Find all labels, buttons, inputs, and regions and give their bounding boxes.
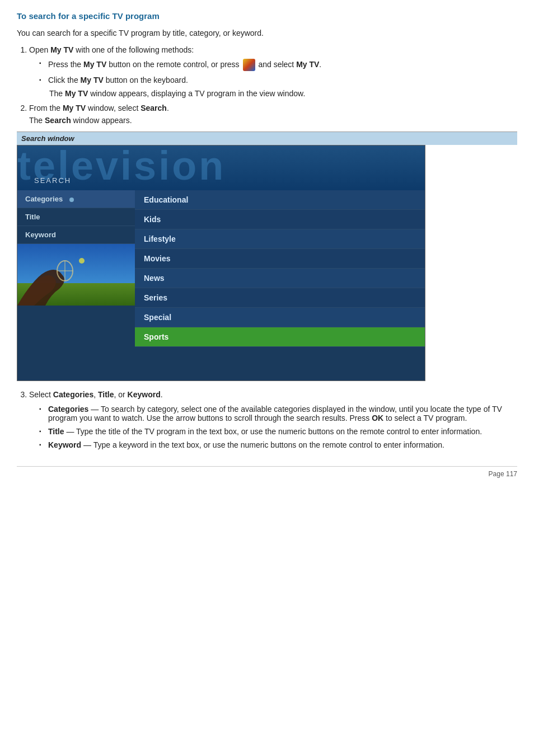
main-steps-list: Open My TV with one of the following met… (29, 45, 517, 125)
title-item[interactable]: Title (17, 208, 135, 226)
svg-point-5 (79, 258, 85, 264)
tv-header: television SEARCH (17, 145, 425, 190)
bullet-3-3: Keyword — Type a keyword in the text box… (39, 440, 517, 449)
left-panel: Categories Title Keyword (17, 190, 135, 381)
step-1-text: Open My TV with one of the following met… (29, 45, 194, 54)
step-1-note: The My TV window appears, displaying a T… (49, 89, 517, 98)
search-label: SEARCH (34, 176, 414, 185)
search-content: Categories Title Keyword (17, 190, 425, 381)
step-1: Open My TV with one of the following met… (29, 45, 517, 98)
search-window: television SEARCH Categories Title Keywo… (17, 145, 425, 381)
step-3-text: Select Categories, Title, or Keyword. (29, 390, 163, 399)
step-2: From the My TV window, select Search. Th… (29, 104, 517, 125)
bullet-1-1: Press the My TV button on the remote con… (39, 59, 517, 71)
step-3: Select Categories, Title, or Keyword. Ca… (29, 390, 517, 449)
categories-item[interactable]: Categories (17, 190, 135, 208)
step-2-text: From the My TV window, select Search. (29, 104, 169, 112)
thumbnail-area (17, 244, 135, 306)
search-window-label: Search window (17, 132, 517, 145)
step-3-bullets: Categories — To search by category, sele… (39, 405, 517, 449)
step-3-list: Select Categories, Title, or Keyword. Ca… (29, 390, 517, 449)
category-movies[interactable]: Movies (135, 249, 425, 269)
category-educational[interactable]: Educational (135, 190, 425, 210)
category-news[interactable]: News (135, 269, 425, 288)
step-1-bullets: Press the My TV button on the remote con… (39, 59, 517, 84)
bullet-3-2: Title — Type the title of the TV program… (39, 427, 517, 436)
page-number: Page 117 (17, 466, 517, 478)
svg-rect-0 (17, 244, 135, 283)
my-tv-icon (243, 59, 255, 71)
keyword-item[interactable]: Keyword (17, 226, 135, 244)
page-title: To search for a specific TV program (17, 11, 517, 21)
sports-silhouette (17, 244, 135, 306)
dot-indicator (69, 198, 74, 202)
right-panel: Educational Kids Lifestyle Movies News S… (135, 190, 425, 381)
bullet-3-1: Categories — To search by category, sele… (39, 405, 517, 422)
category-series[interactable]: Series (135, 288, 425, 308)
category-sports[interactable]: Sports (135, 327, 425, 347)
category-special[interactable]: Special (135, 308, 425, 327)
category-kids[interactable]: Kids (135, 210, 425, 229)
step-2-note: The Search window appears. (29, 116, 517, 125)
thumbnail-image (17, 244, 135, 306)
intro-paragraph: You can search for a specific TV program… (17, 29, 517, 37)
bullet-1-2: Click the My TV button on the keyboard. (39, 76, 517, 84)
category-lifestyle[interactable]: Lifestyle (135, 229, 425, 249)
